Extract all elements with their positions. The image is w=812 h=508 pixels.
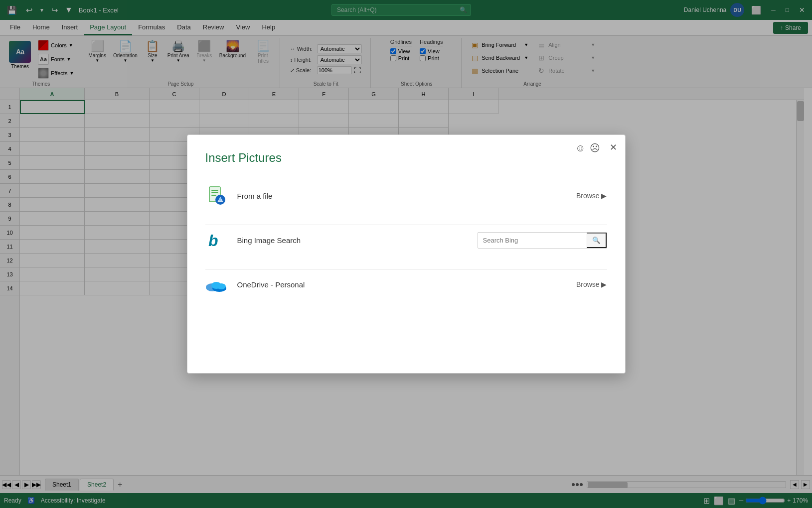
divider-2 <box>205 269 607 269</box>
from-file-icon <box>205 185 227 207</box>
bing-search-input-group: 🔍 <box>478 232 607 249</box>
svg-rect-6 <box>219 198 221 201</box>
from-file-browse: Browse ▶ <box>576 192 607 200</box>
bing-search-button[interactable]: 🔍 <box>587 233 607 248</box>
svg-rect-2 <box>211 192 218 193</box>
from-file-label: From a file <box>237 192 357 200</box>
bing-search-input[interactable] <box>478 234 587 247</box>
modal-title: Insert Pictures <box>205 151 607 165</box>
onedrive-browse: Browse ▶ <box>576 280 607 288</box>
modal-overlay[interactable]: ✕ ☺ ☹ Insert Pictures From a file <box>0 0 812 508</box>
modal-close-button[interactable]: ✕ <box>610 142 617 153</box>
onedrive-label: OneDrive - Personal <box>237 280 357 289</box>
svg-rect-3 <box>211 195 216 196</box>
onedrive-icon <box>205 273 227 295</box>
insert-pictures-modal: ✕ ☺ ☹ Insert Pictures From a file <box>187 134 626 374</box>
onedrive-browse-link[interactable]: Browse ▶ <box>576 280 607 288</box>
onedrive-option: OneDrive - Personal Browse ▶ <box>205 273 607 295</box>
svg-rect-1 <box>211 190 218 191</box>
bing-search-label: Bing Image Search <box>237 236 357 245</box>
feedback-sad-button[interactable]: ☹ <box>590 142 600 154</box>
feedback-happy-button[interactable]: ☺ <box>575 142 585 154</box>
bing-icon: b <box>205 229 227 251</box>
svg-point-11 <box>217 283 226 289</box>
from-file-browse-link[interactable]: Browse ▶ <box>576 192 607 200</box>
svg-text:b: b <box>208 232 218 250</box>
modal-feedback: ☺ ☹ <box>575 142 600 154</box>
divider-1 <box>205 225 607 225</box>
bing-search-option: b Bing Image Search 🔍 <box>205 229 607 251</box>
from-file-option: From a file Browse ▶ <box>205 185 607 207</box>
